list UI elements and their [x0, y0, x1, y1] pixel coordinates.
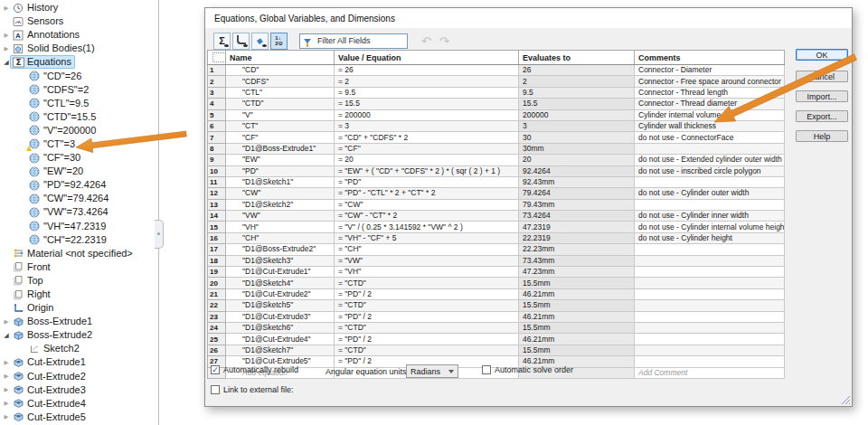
row-number-cell[interactable]: 7: [208, 132, 226, 143]
value-equation-cell[interactable]: = "PD" / 2: [335, 334, 519, 345]
tree-item-cdfs-2[interactable]: "CDFS"=2: [0, 83, 158, 97]
tree-item-sketch2[interactable]: Sketch2: [0, 342, 158, 355]
name-cell[interactable]: "CTL": [226, 87, 335, 98]
row-number-cell[interactable]: 17: [208, 244, 226, 255]
comment-cell[interactable]: Cylinder wall thickness: [635, 120, 785, 131]
tree-item-cut-extrude1[interactable]: ▶Cut-Extrude1: [0, 355, 158, 369]
row-number-cell[interactable]: 18: [208, 255, 226, 266]
comment-cell[interactable]: [635, 176, 785, 187]
row-number-cell[interactable]: 2: [208, 76, 226, 87]
comment-cell[interactable]: Cylinder internal volume: [635, 109, 785, 120]
expand-arrow-icon[interactable]: ▶: [2, 372, 11, 381]
tree-item-cut-extrude2[interactable]: ▶Cut-Extrude2: [0, 370, 158, 383]
value-equation-cell[interactable]: = "CH": [335, 244, 519, 255]
value-equation-cell[interactable]: = "V" / ( 0.25 * 3.141592 * "VW" ^ 2 ): [335, 222, 519, 232]
comment-cell[interactable]: Connector - Thread diameter: [635, 99, 785, 109]
comment-cell[interactable]: do not use - ConnectorFace: [635, 132, 785, 143]
name-cell[interactable]: "D1@Boss-Extrude1": [226, 143, 335, 154]
value-equation-cell[interactable]: = "CTD": [335, 345, 519, 355]
row-number-cell[interactable]: 26: [208, 345, 226, 355]
value-equation-cell[interactable]: = "CD" + "CDFS" * 2: [335, 132, 519, 143]
comment-cell[interactable]: do not use - inscribed circle polygon: [635, 165, 785, 176]
value-equation-cell[interactable]: = 2: [335, 76, 519, 87]
sketch-equation-view-icon[interactable]: ◆: [251, 33, 269, 50]
help-button[interactable]: Help: [796, 130, 848, 142]
row-number-cell[interactable]: 24: [208, 322, 226, 333]
value-equation-cell[interactable]: = 26: [335, 65, 519, 76]
value-equation-cell[interactable]: = 15.5: [335, 99, 519, 109]
value-equation-cell[interactable]: = "EW" + ( "CD" + "CDFS" * 2 ) * ( sqr (…: [335, 165, 519, 176]
comment-cell[interactable]: do not use - Extended cylinder outer wid…: [635, 155, 785, 165]
comment-cell[interactable]: [635, 267, 785, 278]
row-number-cell[interactable]: 15: [208, 222, 226, 232]
comment-cell[interactable]: [635, 345, 785, 355]
name-cell[interactable]: "CDFS": [226, 76, 335, 87]
name-cell[interactable]: "D1@Sketch5": [226, 300, 335, 311]
column-header-evaluates-to[interactable]: Evaluates to: [519, 51, 635, 65]
value-equation-cell[interactable]: = "VH": [335, 267, 519, 278]
row-number-cell[interactable]: 14: [208, 211, 226, 222]
value-equation-cell[interactable]: = "CTD": [335, 278, 519, 288]
comment-cell[interactable]: Connector - Free space around connector: [635, 76, 785, 87]
tree-item-annotations[interactable]: ▶AAnnotations: [0, 28, 158, 42]
row-number-cell[interactable]: 6: [208, 120, 226, 131]
value-equation-cell[interactable]: = 3: [335, 120, 519, 131]
dimension-view-icon[interactable]: [232, 33, 250, 50]
name-cell[interactable]: "VW": [226, 211, 335, 222]
tree-item-boss-extrude1[interactable]: ▶Boss-Extrude1: [0, 315, 158, 328]
tree-item-cf-30[interactable]: "CF"=30: [0, 151, 158, 165]
value-equation-cell[interactable]: = 9.5: [335, 87, 519, 98]
comment-cell[interactable]: do not use - Cylinder outer width: [635, 188, 785, 199]
name-cell[interactable]: "D1@Sketch4": [226, 278, 335, 288]
comment-cell[interactable]: Connector - Diameter: [635, 65, 785, 76]
tree-item-cd-26[interactable]: "CD"=26: [0, 69, 158, 82]
column-header-comments[interactable]: Comments: [635, 51, 785, 65]
expand-arrow-icon[interactable]: ▶: [2, 358, 11, 367]
comment-cell[interactable]: [635, 322, 785, 333]
comment-cell[interactable]: do not use - Cylinder inner width: [635, 211, 785, 222]
value-equation-cell[interactable]: = "CW" - "CT" * 2: [335, 211, 519, 222]
tree-item-vw-73-4264[interactable]: "VW"=73.4264: [0, 205, 158, 219]
comment-cell[interactable]: [635, 288, 785, 299]
name-cell[interactable]: "CF": [226, 132, 335, 143]
comment-cell[interactable]: [635, 334, 785, 345]
row-number-cell[interactable]: 16: [208, 232, 226, 243]
row-number-cell[interactable]: 5: [208, 109, 226, 120]
value-equation-cell[interactable]: = "PD" / 2: [335, 311, 519, 322]
row-number-cell[interactable]: 22: [208, 300, 226, 311]
expand-arrow-icon[interactable]: ▶: [2, 385, 11, 394]
tree-item-solid-bodies-1[interactable]: ▶Solid Bodies(1): [0, 42, 158, 55]
name-cell[interactable]: "D1@Cut-Extrude2": [226, 288, 335, 299]
equation-view-icon[interactable]: Σ: [213, 33, 231, 50]
name-cell[interactable]: "CTD": [226, 99, 335, 109]
value-equation-cell[interactable]: = "CTD": [335, 322, 519, 333]
row-number-cell[interactable]: 12: [208, 188, 226, 199]
select-all-cell[interactable]: [208, 51, 226, 65]
name-cell[interactable]: "D1@Sketch1": [226, 176, 335, 187]
tree-item-top[interactable]: Top: [0, 274, 158, 288]
comment-cell[interactable]: [635, 143, 785, 154]
row-number-cell[interactable]: 11: [208, 176, 226, 187]
value-equation-cell[interactable]: = "PD" - "CTL" * 2 + "CT" * 2: [335, 188, 519, 199]
comment-cell[interactable]: do not use - Cylinder internal volume he…: [635, 222, 785, 232]
redo-icon[interactable]: ↷: [439, 35, 449, 47]
tree-item-material-not-specified[interactable]: Material <not specified>: [0, 247, 158, 260]
name-cell[interactable]: "CT": [226, 120, 335, 131]
comment-cell[interactable]: [635, 244, 785, 255]
value-equation-cell[interactable]: = "CW": [335, 199, 519, 210]
value-equation-cell[interactable]: = "VW": [335, 255, 519, 266]
row-number-cell[interactable]: 13: [208, 199, 226, 210]
collapse-arrow-icon[interactable]: ◢: [2, 58, 11, 67]
automatically-rebuild-checkbox[interactable]: ✓ Automatically rebuild: [211, 365, 298, 374]
panel-splitter[interactable]: [155, 220, 164, 249]
row-number-cell[interactable]: 3: [208, 87, 226, 98]
comment-cell[interactable]: [635, 300, 785, 311]
automatic-solve-order-checkbox[interactable]: Automatic solve order: [482, 365, 573, 374]
comment-cell[interactable]: [635, 199, 785, 210]
tree-item-cw-79-4264[interactable]: "CW"=79.4264: [0, 192, 158, 205]
row-number-cell[interactable]: 1: [208, 65, 226, 76]
name-cell[interactable]: "D1@Cut-Extrude4": [226, 334, 335, 345]
tree-item-front[interactable]: Front: [0, 260, 158, 274]
collapse-arrow-icon[interactable]: ◢: [2, 331, 11, 340]
row-number-cell[interactable]: 21: [208, 288, 226, 299]
